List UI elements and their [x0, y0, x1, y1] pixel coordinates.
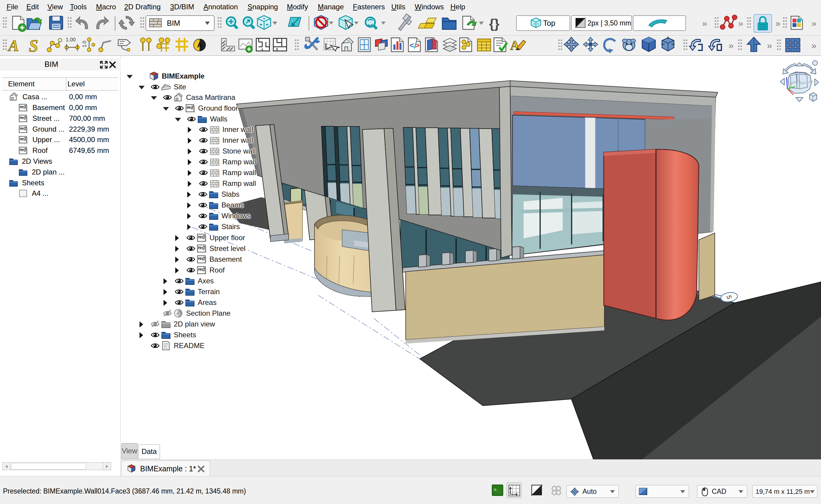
svg-text:»: » — [775, 18, 781, 28]
svg-text:»: » — [738, 18, 743, 28]
svg-text:»: » — [811, 18, 817, 28]
svg-text:2px | 3,50 mm: 2px | 3,50 mm — [587, 19, 631, 27]
svg-text:<: < — [410, 41, 414, 50]
svg-text:1.0: 1.0 — [82, 41, 87, 47]
svg-text:{}: {} — [489, 16, 499, 31]
svg-text:S: S — [29, 37, 38, 55]
svg-text:»: » — [729, 40, 734, 50]
svg-text:»: » — [702, 18, 707, 28]
svg-text:1.00: 1.00 — [66, 37, 76, 43]
svg-text:A: A — [7, 37, 19, 54]
svg-text:»: » — [767, 40, 772, 50]
svg-text:BIM: BIM — [167, 19, 180, 27]
svg-text:»: » — [811, 40, 817, 50]
svg-text:Top: Top — [543, 19, 555, 27]
svg-text:A: A — [510, 38, 520, 53]
svg-text:A: A — [197, 41, 202, 49]
